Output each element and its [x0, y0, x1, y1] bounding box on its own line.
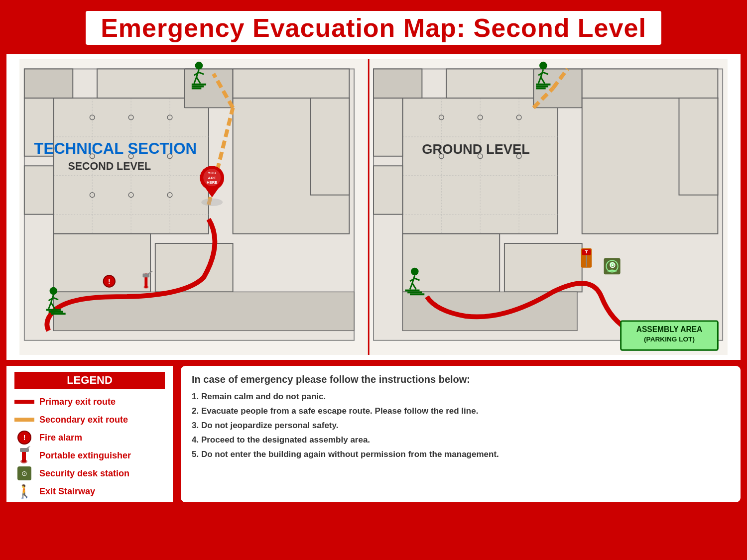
svg-text:YOU: YOU [208, 171, 216, 175]
stairway-label: Exit Stairway [39, 486, 95, 497]
svg-text:ARE: ARE [208, 176, 216, 180]
svg-rect-83 [374, 69, 422, 98]
page-container: Emergency Evacuation Map: Second Level [0, 0, 747, 560]
legend-panel: LEGEND Primary exit route Secondary exit… [5, 364, 174, 504]
legend-item-stairway: 🚶 Exit Stairway [14, 484, 165, 498]
svg-text:(PARKING LOT): (PARKING LOT) [644, 336, 695, 343]
svg-point-54 [143, 286, 148, 289]
fire-alarm-icon: ! [14, 431, 34, 445]
instruction-4: 4. Proceed to the designated assembly ar… [192, 435, 730, 446]
instruction-3: 3. Do not jeopardize personal safety. [192, 420, 730, 431]
svg-rect-13 [53, 234, 150, 292]
svg-rect-17 [233, 69, 350, 98]
svg-rect-38 [192, 86, 204, 88]
legend-title: LEGEND [14, 372, 165, 389]
svg-rect-76 [374, 166, 402, 214]
stairway-legend-icon: 🚶 [14, 484, 34, 498]
svg-text:ASSEMBLY AREA: ASSEMBLY AREA [636, 325, 703, 334]
svg-rect-109 [407, 291, 422, 293]
svg-rect-12 [24, 166, 53, 214]
svg-point-93 [539, 62, 547, 70]
legend-item-secondary: Secondary exit route [14, 413, 165, 427]
svg-text:HERE: HERE [207, 180, 218, 185]
svg-rect-46 [46, 309, 61, 311]
instruction-5: 5. Do not enter the building again witho… [192, 449, 730, 460]
svg-rect-110 [410, 293, 424, 295]
svg-rect-39 [192, 87, 201, 89]
legend-item-security: ⊙ Security desk station [14, 466, 165, 480]
security-desk-label: Security desk station [39, 468, 129, 479]
svg-point-61 [201, 198, 223, 206]
svg-rect-108 [405, 290, 419, 292]
svg-rect-99 [536, 84, 550, 86]
map-section: ! YOU ARE HERE [5, 53, 742, 361]
svg-rect-75 [374, 98, 402, 156]
svg-rect-82 [679, 98, 718, 195]
svg-rect-101 [536, 87, 545, 89]
svg-text:⊙: ⊙ [609, 261, 616, 269]
svg-point-126 [20, 459, 27, 463]
title-bar: Emergency Evacuation Map: Second Level [5, 5, 742, 50]
svg-rect-47 [49, 311, 63, 313]
extinguisher-label: Portable extinguisher [39, 450, 131, 461]
svg-rect-124 [20, 448, 29, 452]
legend-item-primary: Primary exit route [14, 395, 165, 409]
security-desk-legend-icon: ⊙ [14, 466, 34, 480]
extinguisher-legend-icon [14, 448, 34, 462]
svg-rect-73 [446, 69, 543, 98]
svg-rect-19 [24, 69, 73, 98]
fire-alarm-label: Fire alarm [39, 433, 82, 443]
svg-text:!: ! [108, 278, 111, 285]
svg-rect-77 [402, 234, 499, 292]
secondary-route-icon [14, 413, 34, 427]
instruction-2: 2. Evacuate people from a safe escape ro… [192, 406, 730, 417]
bottom-section: LEGEND Primary exit route Secondary exit… [5, 364, 742, 504]
legend-item-fire-alarm: ! Fire alarm [14, 431, 165, 445]
legend-item-extinguisher: Portable extinguisher [14, 448, 165, 462]
svg-point-40 [50, 287, 58, 295]
svg-text:T: T [585, 249, 588, 254]
svg-point-31 [195, 62, 203, 70]
svg-rect-81 [582, 69, 718, 98]
instruction-1: 1. Remain calm and do not panic. [192, 391, 730, 402]
instructions-title: In case of emergency please follow the i… [192, 374, 730, 385]
secondary-route-label: Secondary exit route [39, 415, 128, 425]
floor-plan-svg: ! YOU ARE HERE [11, 59, 736, 355]
page-title: Emergency Evacuation Map: Second Level [86, 11, 661, 45]
primary-route-icon [14, 395, 34, 409]
svg-text:GROUND LEVEL: GROUND LEVEL [422, 141, 530, 157]
svg-point-102 [411, 268, 419, 276]
svg-rect-18 [310, 98, 349, 195]
svg-rect-100 [536, 86, 548, 88]
svg-text:SECOND LEVEL: SECOND LEVEL [68, 160, 151, 172]
svg-rect-37 [192, 84, 206, 86]
svg-rect-48 [51, 313, 65, 315]
svg-rect-9 [97, 69, 194, 98]
primary-route-label: Primary exit route [39, 397, 116, 407]
instructions-panel: In case of emergency please follow the i… [179, 364, 742, 504]
svg-text:TECHNICAL SECTION: TECHNICAL SECTION [34, 140, 197, 157]
